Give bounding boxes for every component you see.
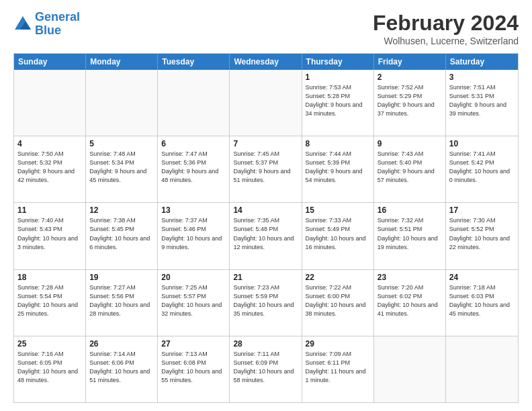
day-info: Sunrise: 7:16 AMSunset: 6:05 PMDaylight:… — [17, 350, 82, 385]
day-info: Sunrise: 7:50 AMSunset: 5:32 PMDaylight:… — [17, 150, 82, 185]
day-cell-23: 23Sunrise: 7:20 AMSunset: 6:02 PMDayligh… — [374, 270, 446, 336]
calendar-row-1: 4Sunrise: 7:50 AMSunset: 5:32 PMDaylight… — [14, 136, 518, 202]
calendar-header: SundayMondayTuesdayWednesdayThursdayFrid… — [14, 54, 518, 70]
day-number: 1 — [306, 73, 370, 82]
day-number: 19 — [89, 273, 154, 282]
day-info: Sunrise: 7:30 AMSunset: 5:52 PMDaylight:… — [449, 216, 515, 251]
day-number: 29 — [306, 339, 370, 349]
day-number: 16 — [378, 205, 442, 215]
day-number: 22 — [306, 273, 370, 282]
day-number: 23 — [378, 273, 442, 282]
day-cell-26: 26Sunrise: 7:14 AMSunset: 6:06 PMDayligh… — [86, 336, 158, 402]
day-info: Sunrise: 7:43 AMSunset: 5:40 PMDaylight:… — [378, 150, 442, 185]
day-cell-5: 5Sunrise: 7:48 AMSunset: 5:34 PMDaylight… — [86, 136, 158, 202]
day-info: Sunrise: 7:40 AMSunset: 5:43 PMDaylight:… — [17, 216, 82, 251]
location: Wolhusen, Lucerne, Switzerland — [373, 36, 519, 46]
day-number: 8 — [306, 139, 370, 148]
day-info: Sunrise: 7:33 AMSunset: 5:49 PMDaylight:… — [306, 216, 370, 251]
weekday-header-friday: Friday — [374, 54, 446, 70]
day-number: 21 — [233, 273, 298, 282]
day-info: Sunrise: 7:47 AMSunset: 5:36 PMDaylight:… — [161, 150, 226, 185]
day-cell-18: 18Sunrise: 7:28 AMSunset: 5:54 PMDayligh… — [14, 270, 86, 336]
day-info: Sunrise: 7:51 AMSunset: 5:31 PMDaylight:… — [449, 83, 515, 118]
logo: General Blue — [13, 11, 80, 38]
empty-cell — [86, 70, 158, 136]
day-cell-2: 2Sunrise: 7:52 AMSunset: 5:29 PMDaylight… — [374, 70, 446, 136]
day-info: Sunrise: 7:38 AMSunset: 5:45 PMDaylight:… — [89, 216, 154, 251]
day-cell-22: 22Sunrise: 7:22 AMSunset: 6:00 PMDayligh… — [302, 270, 374, 336]
empty-cell — [14, 70, 86, 136]
day-number: 18 — [17, 273, 82, 282]
weekday-header-wednesday: Wednesday — [230, 54, 302, 70]
empty-cell — [446, 336, 518, 402]
day-info: Sunrise: 7:37 AMSunset: 5:46 PMDaylight:… — [161, 216, 226, 251]
month-title: February 2024 — [373, 11, 519, 36]
day-info: Sunrise: 7:41 AMSunset: 5:42 PMDaylight:… — [449, 150, 515, 185]
day-cell-14: 14Sunrise: 7:35 AMSunset: 5:48 PMDayligh… — [230, 203, 302, 269]
calendar-body: 1Sunrise: 7:53 AMSunset: 5:28 PMDaylight… — [14, 70, 518, 402]
day-info: Sunrise: 7:18 AMSunset: 6:03 PMDaylight:… — [449, 283, 515, 318]
day-number: 24 — [449, 273, 515, 282]
weekday-header-sunday: Sunday — [14, 54, 86, 70]
day-info: Sunrise: 7:53 AMSunset: 5:28 PMDaylight:… — [306, 83, 370, 118]
day-number: 14 — [233, 205, 298, 215]
day-cell-17: 17Sunrise: 7:30 AMSunset: 5:52 PMDayligh… — [446, 203, 518, 269]
day-number: 27 — [161, 339, 226, 349]
day-info: Sunrise: 7:32 AMSunset: 5:51 PMDaylight:… — [378, 216, 442, 251]
day-number: 5 — [89, 139, 154, 148]
day-cell-27: 27Sunrise: 7:13 AMSunset: 6:08 PMDayligh… — [158, 336, 230, 402]
day-cell-24: 24Sunrise: 7:18 AMSunset: 6:03 PMDayligh… — [446, 270, 518, 336]
day-info: Sunrise: 7:48 AMSunset: 5:34 PMDaylight:… — [89, 150, 154, 185]
day-info: Sunrise: 7:09 AMSunset: 6:11 PMDaylight:… — [306, 350, 370, 385]
day-cell-12: 12Sunrise: 7:38 AMSunset: 5:45 PMDayligh… — [86, 203, 158, 269]
day-cell-11: 11Sunrise: 7:40 AMSunset: 5:43 PMDayligh… — [14, 203, 86, 269]
day-number: 9 — [378, 139, 442, 148]
logo-line2: Blue — [35, 24, 61, 37]
header: General Blue February 2024 Wolhusen, Luc… — [13, 11, 519, 46]
day-info: Sunrise: 7:44 AMSunset: 5:39 PMDaylight:… — [306, 150, 370, 185]
day-info: Sunrise: 7:23 AMSunset: 5:59 PMDaylight:… — [233, 283, 298, 318]
day-number: 7 — [233, 139, 298, 148]
day-cell-28: 28Sunrise: 7:11 AMSunset: 6:09 PMDayligh… — [230, 336, 302, 402]
day-info: Sunrise: 7:45 AMSunset: 5:37 PMDaylight:… — [233, 150, 298, 185]
empty-cell — [374, 336, 446, 402]
day-number: 6 — [161, 139, 226, 148]
day-info: Sunrise: 7:25 AMSunset: 5:57 PMDaylight:… — [161, 283, 226, 318]
day-cell-19: 19Sunrise: 7:27 AMSunset: 5:56 PMDayligh… — [86, 270, 158, 336]
logo-icon — [13, 15, 32, 34]
day-number: 12 — [89, 205, 154, 215]
day-number: 28 — [233, 339, 298, 349]
day-number: 3 — [449, 73, 515, 82]
day-info: Sunrise: 7:20 AMSunset: 6:02 PMDaylight:… — [378, 283, 442, 318]
day-info: Sunrise: 7:28 AMSunset: 5:54 PMDaylight:… — [17, 283, 82, 318]
calendar-row-0: 1Sunrise: 7:53 AMSunset: 5:28 PMDaylight… — [14, 70, 518, 136]
day-number: 17 — [449, 205, 515, 215]
weekday-header-thursday: Thursday — [302, 54, 374, 70]
logo-text: General Blue — [35, 11, 80, 38]
day-cell-15: 15Sunrise: 7:33 AMSunset: 5:49 PMDayligh… — [302, 203, 374, 269]
day-number: 25 — [17, 339, 82, 349]
day-cell-16: 16Sunrise: 7:32 AMSunset: 5:51 PMDayligh… — [374, 203, 446, 269]
calendar-row-2: 11Sunrise: 7:40 AMSunset: 5:43 PMDayligh… — [14, 202, 518, 269]
empty-cell — [230, 70, 302, 136]
page: General Blue February 2024 Wolhusen, Luc… — [0, 0, 532, 411]
day-cell-4: 4Sunrise: 7:50 AMSunset: 5:32 PMDaylight… — [14, 136, 86, 202]
calendar: SundayMondayTuesdayWednesdayThursdayFrid… — [13, 53, 519, 403]
day-cell-9: 9Sunrise: 7:43 AMSunset: 5:40 PMDaylight… — [374, 136, 446, 202]
day-info: Sunrise: 7:52 AMSunset: 5:29 PMDaylight:… — [378, 83, 442, 118]
day-info: Sunrise: 7:35 AMSunset: 5:48 PMDaylight:… — [233, 216, 298, 251]
weekday-header-saturday: Saturday — [446, 54, 518, 70]
calendar-row-4: 25Sunrise: 7:16 AMSunset: 6:05 PMDayligh… — [14, 336, 518, 402]
title-block: February 2024 Wolhusen, Lucerne, Switzer… — [373, 11, 519, 46]
day-cell-20: 20Sunrise: 7:25 AMSunset: 5:57 PMDayligh… — [158, 270, 230, 336]
day-cell-3: 3Sunrise: 7:51 AMSunset: 5:31 PMDaylight… — [446, 70, 518, 136]
day-number: 15 — [306, 205, 370, 215]
day-cell-25: 25Sunrise: 7:16 AMSunset: 6:05 PMDayligh… — [14, 336, 86, 402]
day-cell-13: 13Sunrise: 7:37 AMSunset: 5:46 PMDayligh… — [158, 203, 230, 269]
weekday-header-monday: Monday — [86, 54, 158, 70]
empty-cell — [158, 70, 230, 136]
day-number: 4 — [17, 139, 82, 148]
day-number: 2 — [378, 73, 442, 82]
day-info: Sunrise: 7:27 AMSunset: 5:56 PMDaylight:… — [89, 283, 154, 318]
day-number: 20 — [161, 273, 226, 282]
